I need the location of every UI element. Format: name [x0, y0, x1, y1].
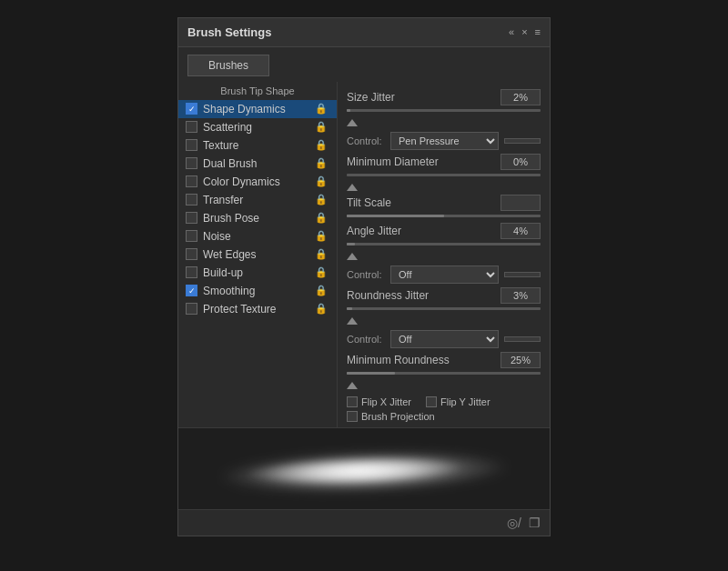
sidebar-item-smoothing[interactable]: Smoothing 🔒: [178, 282, 337, 300]
sidebar-item-scattering[interactable]: Scattering 🔒: [178, 118, 337, 136]
brush-projection-row[interactable]: Brush Projection: [347, 411, 541, 422]
size-jitter-slider-row: [347, 109, 541, 112]
sidebar-item-shape-dynamics[interactable]: Shape Dynamics 🔒: [178, 100, 337, 118]
roundness-jitter-value[interactable]: [500, 287, 541, 304]
label-smoothing: Smoothing: [203, 285, 255, 297]
triangle-icon-2: [347, 184, 358, 191]
angle-jitter-slider-row: [347, 243, 541, 245]
brush-projection-label: Brush Projection: [361, 411, 435, 422]
tilt-scale-value[interactable]: [500, 195, 541, 211]
flip-x-label: Flip X Jitter: [361, 396, 411, 407]
triangle-icon-5: [347, 382, 358, 389]
checkbox-protect-texture[interactable]: [186, 303, 197, 315]
label-color-dynamics: Color Dynamics: [203, 175, 280, 188]
close-icon[interactable]: ×: [521, 26, 527, 37]
size-jitter-row: Size Jitter: [347, 89, 541, 105]
control3-label: Control:: [347, 334, 385, 345]
checkbox-shape-dynamics[interactable]: [186, 103, 197, 115]
checkbox-brush-pose[interactable]: [186, 212, 197, 224]
right-panel: Size Jitter Control: Pen Pressure: [338, 82, 550, 427]
panel-title: Brush Settings: [187, 25, 271, 39]
size-jitter-value[interactable]: [500, 89, 541, 105]
checkbox-color-dynamics[interactable]: [186, 175, 197, 187]
sidebar-item-build-up[interactable]: Build-up 🔒: [178, 264, 337, 282]
roundness-jitter-slider[interactable]: [347, 307, 541, 310]
checkbox-scattering[interactable]: [186, 121, 197, 133]
mask-icon[interactable]: ◎/: [507, 516, 521, 530]
brush-preview-area: [178, 427, 550, 509]
flip-y-checkbox[interactable]: [426, 396, 437, 407]
checkbox-wet-edges[interactable]: [186, 248, 197, 260]
lock-icon-wet-edges[interactable]: 🔒: [315, 248, 328, 260]
lock-icon-shape-dynamics[interactable]: 🔒: [315, 103, 328, 115]
lock-icon-noise[interactable]: 🔒: [315, 230, 328, 242]
lock-icon-color-dynamics[interactable]: 🔒: [315, 175, 328, 187]
brushes-btn-row: Brushes: [178, 47, 550, 82]
minimum-roundness-slider[interactable]: [347, 372, 541, 375]
minimum-roundness-value[interactable]: [500, 352, 541, 368]
panel-body: Brushes Brush Tip Shape Shape Dynamics 🔒: [178, 47, 550, 536]
copy-icon[interactable]: ❐: [529, 516, 541, 530]
sidebar-item-wet-edges[interactable]: Wet Edges 🔒: [178, 245, 337, 264]
flip-y-row[interactable]: Flip Y Jitter: [426, 396, 490, 407]
minimum-diameter-row: Minimum Diameter: [347, 154, 541, 170]
minimum-diameter-label: Minimum Diameter: [347, 155, 439, 168]
roundness-jitter-row: Roundness Jitter: [347, 287, 541, 304]
control2-select[interactable]: Off Pen Pressure Fade: [390, 265, 499, 284]
sidebar-item-protect-texture[interactable]: Protect Texture 🔒: [178, 300, 337, 318]
checkbox-transfer[interactable]: [186, 194, 197, 205]
lock-icon-build-up[interactable]: 🔒: [315, 266, 328, 278]
flip-y-label: Flip Y Jitter: [440, 396, 490, 407]
angle-jitter-label: Angle Jitter: [347, 225, 401, 237]
lock-icon-texture[interactable]: 🔒: [315, 139, 328, 151]
lock-icon-dual-brush[interactable]: 🔒: [315, 157, 328, 169]
sidebar-item-transfer[interactable]: Transfer 🔒: [178, 191, 337, 209]
tilt-scale-label: Tilt Scale: [347, 196, 391, 209]
label-brush-pose: Brush Pose: [203, 212, 259, 225]
flip-x-row[interactable]: Flip X Jitter: [347, 396, 411, 407]
checkbox-left: Shape Dynamics: [186, 103, 286, 115]
lock-icon-transfer[interactable]: 🔒: [315, 194, 328, 205]
sidebar-item-noise[interactable]: Noise 🔒: [178, 227, 337, 245]
control3-row: Control: Off Pen Pressure Fade: [347, 330, 541, 348]
flip-checkboxes-section: Flip X Jitter Flip Y Jitter: [347, 396, 541, 407]
label-build-up: Build-up: [203, 266, 243, 279]
minimum-roundness-row: Minimum Roundness: [347, 352, 541, 368]
checkbox-build-up[interactable]: [186, 266, 197, 278]
control2-label: Control:: [347, 269, 385, 280]
minimum-diameter-slider[interactable]: [347, 174, 541, 176]
checkbox-smoothing[interactable]: [186, 285, 197, 296]
lock-icon-smoothing[interactable]: 🔒: [315, 285, 328, 296]
minimize-icon[interactable]: «: [509, 26, 514, 37]
sidebar-item-dual-brush[interactable]: Dual Brush 🔒: [178, 155, 337, 173]
minimum-diameter-value[interactable]: [500, 154, 541, 170]
checkbox-dual-brush[interactable]: [186, 157, 197, 169]
label-dual-brush: Dual Brush: [203, 157, 257, 170]
angle-jitter-slider[interactable]: [347, 243, 541, 245]
roundness-jitter-slider-row: [347, 307, 541, 310]
control1-select[interactable]: Pen Pressure Off Fade Pen Tilt: [390, 132, 499, 150]
lock-icon-brush-pose[interactable]: 🔒: [315, 212, 328, 224]
menu-icon[interactable]: ≡: [535, 26, 541, 37]
angle-jitter-value[interactable]: [500, 223, 541, 239]
tilt-scale-slider[interactable]: [347, 215, 541, 217]
sidebar-item-color-dynamics[interactable]: Color Dynamics 🔒: [178, 173, 337, 191]
control3-extra: [504, 336, 541, 342]
angle-jitter-row: Angle Jitter: [347, 223, 541, 239]
lock-icon-protect-texture[interactable]: 🔒: [315, 303, 328, 315]
tilt-scale-row: Tilt Scale: [347, 195, 541, 211]
sidebar-item-brush-pose[interactable]: Brush Pose 🔒: [178, 209, 337, 227]
checkbox-texture[interactable]: [186, 139, 197, 151]
brushes-button[interactable]: Brushes: [187, 55, 269, 76]
lock-icon-scattering[interactable]: 🔒: [315, 121, 328, 133]
label-wet-edges: Wet Edges: [203, 248, 256, 261]
brush-projection-checkbox[interactable]: [347, 411, 358, 422]
control3-select[interactable]: Off Pen Pressure Fade: [390, 330, 499, 348]
flip-x-checkbox[interactable]: [347, 396, 358, 407]
sidebar-item-texture[interactable]: Texture 🔒: [178, 136, 337, 155]
size-jitter-slider[interactable]: [347, 109, 541, 112]
checkbox-noise[interactable]: [186, 230, 197, 242]
bottom-bar: ◎/ ❐: [178, 509, 550, 536]
panel-titlebar: Brush Settings « × ≡: [178, 18, 550, 47]
control2-extra: [504, 272, 541, 277]
